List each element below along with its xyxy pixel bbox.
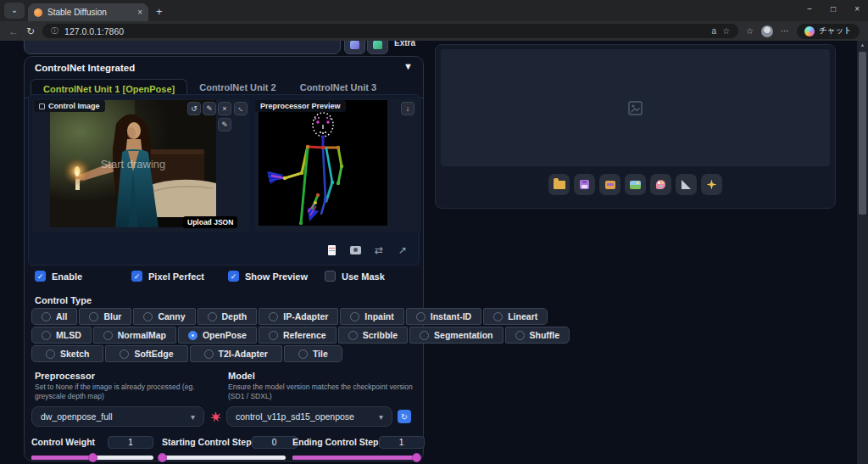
prompt-box-partial[interactable] (24, 41, 341, 54)
upload-json-button[interactable]: Upload JSON (183, 216, 237, 228)
starting-control-step-slider[interactable] (162, 456, 286, 460)
preprocessor-dropdown[interactable]: dw_openpose_full ▾ (31, 406, 204, 427)
control-type-openpose[interactable]: OpenPose (178, 327, 257, 344)
translate-icon[interactable]: a (712, 26, 717, 36)
enable-checkbox[interactable]: ✓ (35, 271, 46, 282)
send-to-inpaint-button[interactable] (650, 174, 671, 195)
control-weight-slider[interactable] (31, 456, 153, 460)
starting-control-step-input[interactable]: 0 (252, 436, 298, 449)
model-description: Ensure the model version matches the che… (228, 383, 420, 401)
new-canvas-button[interactable] (324, 243, 339, 256)
back-icon[interactable]: ← (8, 25, 19, 37)
control-type-mlsd[interactable]: MLSD (31, 327, 92, 344)
control-type-lineart[interactable]: Lineart (483, 308, 548, 325)
checkbox-enable[interactable]: ✓Enable (35, 271, 131, 282)
refresh-icon[interactable]: ↻ (26, 25, 35, 37)
ending-control-step-slider[interactable] (292, 456, 416, 460)
control-type-tile[interactable]: Tile (284, 345, 342, 362)
open-folder-button[interactable] (548, 174, 570, 195)
run-preprocessor-button[interactable] (209, 411, 222, 423)
show-preview-checkbox[interactable]: ✓ (228, 271, 239, 282)
collapse-caret-icon[interactable]: ▼ (403, 61, 413, 71)
tab-search-button[interactable]: ⌄ (4, 3, 25, 19)
new-tab-button[interactable]: + (156, 5, 163, 18)
radio-shuffle-icon (515, 331, 525, 340)
send-dimensions-button[interactable]: ↗ (395, 243, 410, 256)
collections-icon[interactable]: ☆ (746, 26, 754, 36)
send-to-extras-button[interactable] (676, 174, 697, 195)
close-button[interactable]: × (854, 4, 860, 14)
brush-pen-button[interactable]: ✎ (218, 118, 231, 131)
use-mask-checkbox[interactable] (325, 271, 336, 282)
radio-segmentation-icon (420, 331, 429, 340)
save-zip-icon (605, 181, 615, 189)
control-type-ip-adapter[interactable]: IP-Adapter (259, 308, 338, 325)
page-scrollbar[interactable]: ▲ (857, 41, 868, 464)
pixel-perfect-checkbox[interactable]: ✓ (131, 271, 142, 282)
browser-navbar: ← ↻ ⓘ 127.0.0.1:7860 a ☆ ☆ ⋯ チャット (0, 21, 868, 41)
control-type-reference[interactable]: Reference (259, 327, 337, 344)
clear-button[interactable]: × (218, 102, 231, 115)
controlnet-header[interactable]: ControlNet Integrated (35, 63, 135, 73)
extra-networks-button[interactable] (367, 41, 388, 54)
url-bar[interactable]: ⓘ 127.0.0.1:7860 a ☆ (42, 24, 738, 38)
more-menu-icon[interactable]: ⋯ (781, 26, 789, 36)
checkbox-use-mask[interactable]: Use Mask (325, 271, 421, 282)
control-type-segmentation[interactable]: Segmentation (409, 327, 503, 344)
copilot-chat-button[interactable]: チャット (797, 24, 860, 39)
control-weight-input[interactable]: 1 (108, 436, 153, 449)
control-type-depth[interactable]: Depth (198, 308, 258, 325)
webcam-button[interactable] (348, 243, 363, 256)
networks-icon (350, 41, 359, 49)
browser-tab[interactable]: Stable Diffusion × (28, 3, 148, 21)
resize-icon: ↔ (235, 103, 246, 114)
send-to-img2img-button[interactable] (625, 174, 646, 195)
page-content: Extra ControlNet Integrated ▼ ControlNet… (0, 41, 868, 464)
expand-button[interactable]: ↔ (234, 102, 248, 115)
model-dropdown[interactable]: control_v11p_sd15_openpose ▾ (226, 406, 392, 427)
ending-control-step-input[interactable]: 1 (379, 436, 425, 449)
url-text[interactable]: 127.0.0.1:7860 (64, 26, 706, 36)
control-weight-slider-handle[interactable] (88, 453, 97, 462)
control-type-canny[interactable]: Canny (133, 308, 195, 325)
control-type-blur[interactable]: Blur (79, 308, 131, 325)
preprocessor-preview-box[interactable]: Preprocessor Preview (255, 98, 421, 232)
favorite-star-icon[interactable]: ☆ (722, 26, 730, 36)
profile-avatar[interactable] (761, 25, 773, 37)
control-type-sketch[interactable]: Sketch (31, 345, 103, 362)
mirror-swap-button[interactable]: ⇄ (371, 243, 387, 256)
upscale-icon (707, 180, 717, 190)
control-type-scribble[interactable]: Scribble (338, 327, 408, 344)
preprocessor-column: Preprocessor Set to None if the image is… (35, 371, 225, 401)
save-image-button[interactable] (574, 174, 595, 195)
save-zip-button[interactable] (599, 174, 620, 195)
control-type-t2i-adapter[interactable]: T2I-Adapter (190, 345, 282, 362)
boom-icon (210, 411, 221, 422)
upscale-button[interactable] (701, 174, 722, 195)
refresh-models-button[interactable]: ↻ (398, 410, 411, 423)
checkbox-show-preview[interactable]: ✓Show Preview (228, 271, 325, 282)
output-gallery-empty[interactable] (441, 49, 830, 166)
lora-networks-button[interactable] (344, 41, 365, 54)
control-type-normalmap[interactable]: NormalMap (93, 327, 176, 344)
restore-button[interactable]: □ (831, 4, 836, 14)
control-type-inpaint[interactable]: Inpaint (340, 308, 403, 325)
control-type-shuffle[interactable]: Shuffle (505, 327, 570, 344)
scrollbar-thumb[interactable] (859, 52, 866, 215)
control-image-photo[interactable]: Start drawing (50, 100, 216, 227)
minimize-button[interactable]: − (807, 4, 812, 14)
tab-close-icon[interactable]: × (137, 8, 142, 17)
scroll-up-icon[interactable]: ▲ (857, 42, 868, 48)
send-to-extras-icon (682, 180, 691, 189)
control-type-all[interactable]: All (31, 308, 77, 325)
control-type-softedge[interactable]: SoftEdge (105, 345, 187, 362)
download-preview-button[interactable]: ↓ (401, 102, 415, 115)
site-info-icon[interactable]: ⓘ (51, 25, 58, 36)
edit-pencil-button[interactable]: ✎ (203, 102, 216, 115)
control-type-instant-id[interactable]: Instant-ID (406, 308, 481, 325)
checkbox-pixel-perfect[interactable]: ✓Pixel Perfect (131, 271, 228, 282)
starting-control-step-slider-handle[interactable] (158, 453, 167, 462)
control-image-box[interactable]: Control Image (32, 98, 249, 232)
ending-control-step-slider-handle[interactable] (412, 453, 421, 462)
undo-button[interactable]: ↺ (187, 102, 201, 115)
